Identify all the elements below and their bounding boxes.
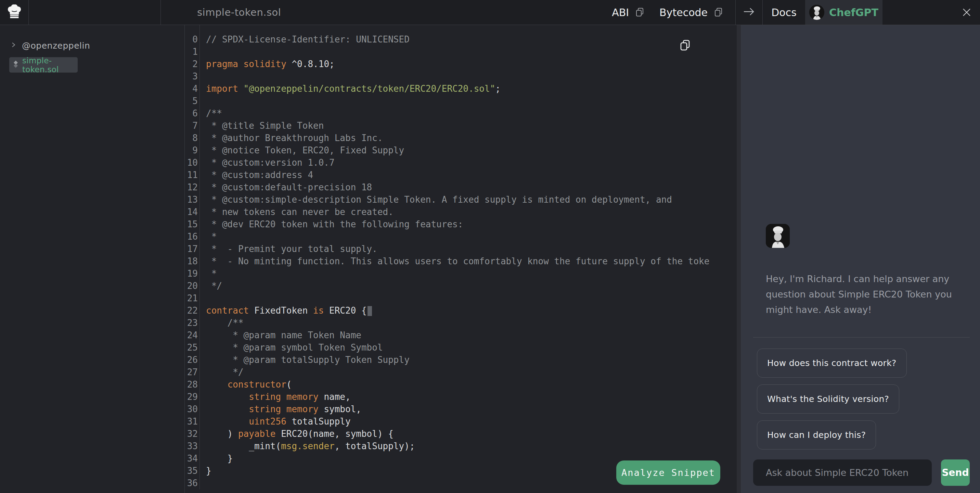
line-number: 36 — [185, 477, 198, 489]
code-line[interactable]: 0// SPDX-License-Identifier: UNLICENSED — [185, 33, 737, 46]
code-line[interactable]: 15 * @dev ERC20 token with the following… — [185, 218, 737, 230]
line-number: 26 — [185, 354, 198, 366]
code-lines: 0// SPDX-License-Identifier: UNLICENSED1… — [185, 25, 737, 489]
code-line[interactable]: 19 * — [185, 267, 737, 280]
code-line[interactable]: 21 — [185, 292, 737, 304]
copy-code-button[interactable] — [679, 39, 690, 53]
code-content: * @title Simple Token — [198, 120, 324, 132]
close-icon[interactable] — [962, 8, 971, 17]
line-number: 30 — [185, 403, 198, 415]
forward-button[interactable] — [736, 0, 762, 25]
line-number: 4 — [185, 83, 198, 95]
code-content: import "@openzeppelin/contracts/token/ER… — [198, 83, 501, 95]
line-number: 2 — [185, 58, 198, 70]
code-line[interactable]: 18 * - No minting function. This allows … — [185, 255, 737, 267]
code-line[interactable]: 31 uint256 totalSupply — [185, 415, 737, 428]
line-number: 16 — [185, 230, 198, 243]
send-button[interactable]: Send — [941, 459, 970, 486]
abi-bytecode-group: ABI Bytecode — [612, 0, 723, 25]
chat-input[interactable] — [753, 459, 932, 486]
code-content — [198, 46, 206, 58]
line-number: 23 — [185, 317, 198, 329]
code-line[interactable]: 11 * @custom:address 4 — [185, 169, 737, 181]
folder-label: @openzeppelin — [22, 41, 90, 51]
code-content — [198, 70, 206, 83]
text-cursor — [368, 306, 372, 316]
copy-bytecode-button[interactable] — [714, 7, 723, 18]
line-number: 22 — [185, 304, 198, 317]
code-line[interactable]: 27 */ — [185, 366, 737, 378]
code-content: * @param totalSupply Token Supply — [198, 354, 410, 366]
code-line[interactable]: 3 — [185, 70, 737, 83]
code-line[interactable]: 26 * @param totalSupply Token Supply — [185, 354, 737, 366]
code-line[interactable]: 1 — [185, 46, 737, 58]
code-line[interactable]: 22contract FixedToken is ERC20 { — [185, 304, 737, 317]
code-line[interactable]: 14 * new tokens can never be created. — [185, 206, 737, 218]
code-content: * @param symbol Token Symbol — [198, 341, 383, 354]
chefgpt-avatar-icon — [809, 5, 824, 20]
code-content: * — [198, 230, 216, 243]
chat-divider — [753, 337, 970, 338]
code-line[interactable]: 24 * @param name Token Name — [185, 329, 737, 341]
line-number: 11 — [185, 169, 198, 181]
code-line[interactable]: 2pragma solidity ^0.8.10; — [185, 58, 737, 70]
app-logo-button[interactable] — [0, 0, 29, 25]
code-line[interactable]: 9 * @notice Token, ERC20, Fixed Supply — [185, 144, 737, 156]
code-line[interactable]: 8 * @author Breakthrough Labs Inc. — [185, 132, 737, 144]
code-content: * — [198, 267, 216, 280]
line-number: 21 — [185, 292, 198, 304]
code-line[interactable]: 29 string memory name, — [185, 391, 737, 403]
code-line[interactable]: 28 constructor( — [185, 378, 737, 391]
assistant-greeting: Hey, I'm Richard. I can help answer any … — [766, 271, 953, 317]
code-line[interactable]: 5 — [185, 95, 737, 107]
main-layout: @openzeppelin simple-token.sol 0// SPDX-… — [0, 25, 980, 493]
code-line[interactable]: 20 */ — [185, 280, 737, 292]
line-number: 27 — [185, 366, 198, 378]
tab-docs[interactable]: Docs — [763, 0, 805, 25]
sidebar-item-openzeppelin[interactable]: @openzeppelin — [0, 38, 185, 53]
code-content: */ — [198, 280, 222, 292]
code-line[interactable]: 17 * - Premint your total supply. — [185, 243, 737, 255]
suggestion-chip[interactable]: How does this contract work? — [757, 348, 907, 378]
code-content: * new tokens can never be created. — [198, 206, 393, 218]
code-content — [198, 95, 206, 107]
line-number: 0 — [185, 33, 198, 46]
suggestion-chips: How does this contract work?What's the S… — [753, 348, 970, 450]
code-line[interactable]: 25 * @param symbol Token Symbol — [185, 341, 737, 354]
code-line[interactable]: 23 /** — [185, 317, 737, 329]
code-content: contract FixedToken is ERC20 { — [198, 304, 372, 317]
code-line[interactable]: 6/** — [185, 107, 737, 120]
code-content: ) payable ERC20(name, symbol) { — [198, 428, 393, 440]
chevron-right-icon — [11, 42, 16, 49]
line-number: 31 — [185, 415, 198, 428]
line-number: 35 — [185, 464, 198, 477]
code-line[interactable]: 32 ) payable ERC20(name, symbol) { — [185, 428, 737, 440]
code-line[interactable]: 16 * — [185, 230, 737, 243]
line-number: 34 — [185, 452, 198, 464]
line-number: 20 — [185, 280, 198, 292]
topbar: simple-token.sol ABI Bytecode D — [0, 0, 980, 25]
code-line[interactable]: 4import "@openzeppelin/contracts/token/E… — [185, 83, 737, 95]
code-line[interactable]: 12 * @custom:default-precision 18 — [185, 181, 737, 193]
title-area: simple-token.sol — [161, 0, 612, 25]
suggestion-chip[interactable]: How can I deploy this? — [757, 420, 876, 450]
code-line[interactable]: 30 string memory symbol, — [185, 403, 737, 415]
code-content — [198, 292, 206, 304]
line-number: 3 — [185, 70, 198, 83]
code-line[interactable]: 33 _mint(msg.sender, totalSupply); — [185, 440, 737, 452]
sidebar-item-simple-token[interactable]: simple-token.sol — [9, 57, 78, 73]
tab-chefgpt[interactable]: ChefGPT — [805, 0, 883, 25]
line-number: 15 — [185, 218, 198, 230]
code-content: */ — [198, 366, 243, 378]
suggestion-chip[interactable]: What's the Solidity version? — [757, 385, 899, 413]
code-editor[interactable]: 0// SPDX-License-Identifier: UNLICENSED1… — [185, 25, 737, 493]
code-content: } — [198, 452, 233, 464]
editor-scrollbar[interactable] — [737, 25, 741, 493]
analyze-snippet-button[interactable]: Analyze Snippet — [616, 461, 720, 485]
line-number: 28 — [185, 378, 198, 391]
page-title: simple-token.sol — [197, 6, 281, 18]
copy-abi-button[interactable] — [635, 7, 644, 18]
code-line[interactable]: 7 * @title Simple Token — [185, 120, 737, 132]
code-line[interactable]: 10 * @custom:version 1.0.7 — [185, 156, 737, 169]
code-line[interactable]: 13 * @custom:simple-description Simple T… — [185, 193, 737, 206]
